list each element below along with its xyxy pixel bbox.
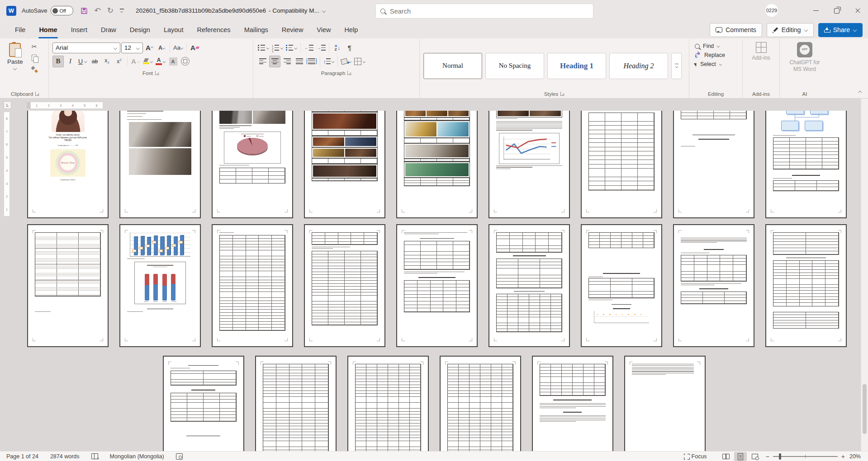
font-dialog-launcher[interactable] [155,71,159,75]
close-button[interactable] [847,0,868,21]
align-left-button[interactable] [257,56,268,67]
paragraph-dialog-launcher[interactable] [347,71,351,75]
page-thumbnail[interactable] [396,111,478,218]
clear-formatting-button[interactable]: A [189,42,200,54]
select-button[interactable]: Select [695,61,738,67]
page-thumbnail[interactable] [440,356,521,451]
focus-button[interactable]: Focus [684,453,707,460]
print-layout-button[interactable] [734,452,747,461]
page-thumbnail[interactable]: Үсчин, гоо сайхны салон,Гоо сайхны бараа… [27,111,109,218]
tab-design[interactable]: Design [123,21,157,38]
increase-indent-button[interactable]: → [315,42,327,54]
undo-icon[interactable]: ↶ [94,7,100,14]
page-thumbnail[interactable] [765,224,847,347]
language-indicator[interactable]: Mongolian (Mongolia) [110,453,164,460]
zoom-in-button[interactable]: + [841,453,845,460]
page-thumbnail[interactable] [255,356,337,451]
zoom-slider-thumb[interactable] [779,453,781,460]
highlight-button[interactable] [142,56,154,67]
page-thumbnail[interactable] [581,224,662,347]
borders-button[interactable] [353,56,366,67]
share-button[interactable]: Share [818,23,863,37]
save-icon[interactable] [81,7,88,14]
paste-button[interactable]: Paste [5,41,26,89]
read-mode-button[interactable] [720,452,732,461]
tab-home[interactable]: Home [32,21,64,38]
style-no-spacing[interactable]: No Spacing [485,53,544,79]
format-painter-button[interactable] [29,65,39,74]
tab-mailings[interactable]: Mailings [237,21,275,38]
comments-button[interactable]: Comments [710,23,762,37]
numbering-button[interactable]: 123 [271,42,284,54]
chatgpt-addin-button[interactable]: GPT ChatGPT forMS Word [780,39,830,89]
proofing-errors-button[interactable] [91,453,98,459]
font-name-combobox[interactable]: Arial [52,42,120,53]
word-app-icon[interactable]: W [6,6,16,16]
redo-icon[interactable]: ↻ [107,7,114,14]
customize-quick-access-icon[interactable] [120,9,124,12]
replace-button[interactable]: bcReplace [695,52,738,58]
zoom-slider[interactable] [773,456,838,457]
tab-references[interactable]: References [190,21,237,38]
font-size-combobox[interactable]: 12 [121,42,143,53]
page-thumbnail[interactable] [304,111,385,218]
multilevel-list-button[interactable] [285,42,298,54]
shading-button[interactable] [340,56,352,67]
document-title[interactable]: 202601_f5b38b7d8311b09b2a5dbe9d90d650e6 … [136,7,326,14]
underline-button[interactable]: U [77,56,88,67]
sort-button[interactable]: AZ↓ [332,42,343,54]
web-layout-button[interactable] [749,452,761,461]
style-heading-2[interactable]: Heading 2 [609,53,668,79]
collapse-ribbon-icon[interactable] [858,91,862,94]
distribute-button[interactable] [306,56,318,67]
italic-button[interactable]: I [65,56,76,67]
autosave-toggle[interactable]: Off [51,6,73,15]
line-spacing-button[interactable]: ↕ [323,56,335,67]
page-thumbnail[interactable] [27,224,109,347]
bullets-button[interactable] [257,42,270,54]
tab-draw[interactable]: Draw [94,21,123,38]
vertical-scrollbar[interactable] [861,99,868,451]
page-thumbnail[interactable] [532,356,613,451]
copy-button[interactable] [29,53,39,62]
cut-button[interactable]: ✂ [29,42,39,51]
character-shading-button[interactable]: A [167,56,179,67]
page-thumbnail[interactable] [347,356,429,451]
page-thumbnail[interactable] [212,224,293,347]
align-center-button[interactable] [269,56,280,67]
page-thumbnail[interactable] [163,356,244,451]
grow-font-button[interactable]: A [144,42,155,54]
page-thumbnail[interactable] [673,111,754,218]
zoom-out-button[interactable]: − [766,453,769,460]
page-thumbnail[interactable] [119,224,201,347]
account-badge[interactable]: 0229 [765,4,778,17]
page-thumbnail[interactable] [212,111,293,218]
word-count[interactable]: 2874 words [50,453,80,460]
editing-mode-button[interactable]: Editing [767,23,814,37]
tab-help[interactable]: Help [338,21,365,38]
zoom-level[interactable]: 20% [849,453,861,460]
minimize-button[interactable] [806,0,826,21]
show-paragraph-marks-button[interactable]: ¶ [344,42,355,54]
page-thumbnail[interactable] [489,224,570,347]
align-right-button[interactable] [281,56,293,67]
enclose-characters-button[interactable] [180,56,191,67]
scrollbar-thumb[interactable] [863,384,867,434]
clipboard-dialog-launcher[interactable] [35,92,39,96]
subscript-button[interactable]: x2 [101,56,113,67]
change-case-button[interactable]: Aa [172,42,184,54]
superscript-button[interactable]: x2 [114,56,125,67]
page-thumbnail[interactable] [581,111,662,218]
style-heading-1[interactable]: Heading 1 [547,53,606,79]
search-input[interactable] [389,7,588,15]
tab-view[interactable]: View [310,21,337,38]
styles-dialog-launcher[interactable] [560,92,564,96]
styles-more-button[interactable] [671,53,682,79]
accessibility-button[interactable] [176,453,183,460]
decrease-indent-button[interactable]: ← [303,42,314,54]
tab-insert[interactable]: Insert [64,21,94,38]
font-color-button[interactable]: A [155,56,166,67]
justify-button[interactable] [294,56,305,67]
bold-button[interactable]: B [52,56,64,67]
page-thumbnail[interactable] [489,111,570,218]
